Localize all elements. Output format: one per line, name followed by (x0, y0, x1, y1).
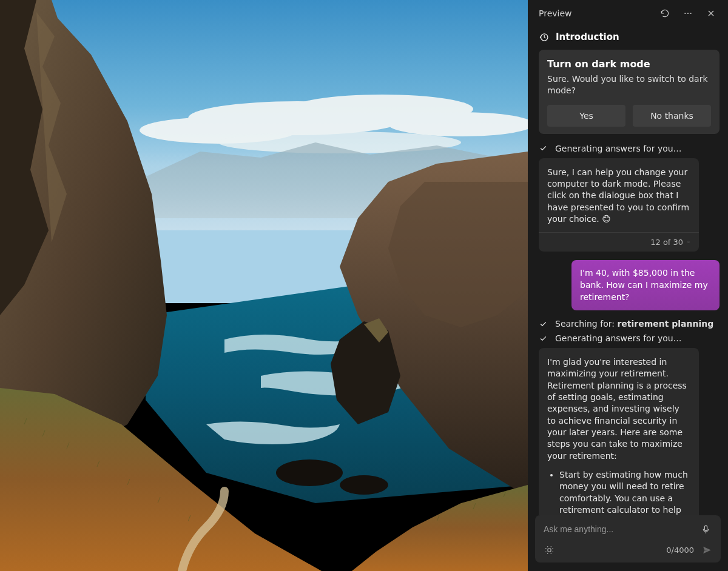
svg-point-11 (340, 475, 388, 495)
bot-message-1: Sure, I can help you change your compute… (539, 158, 699, 252)
dark-mode-card: Turn on dark mode Sure. Would you like t… (539, 50, 720, 134)
bot-message-2-list: Start by estimating how much money you w… (547, 469, 690, 515)
more-button[interactable] (679, 5, 696, 22)
bot-message-2: I'm glad you're interested in maximizing… (539, 348, 699, 515)
search-term: retirement planning (617, 319, 713, 329)
close-icon (706, 8, 716, 18)
history-icon (539, 32, 549, 42)
dark-mode-body: Sure. Would you like to switch to dark m… (547, 73, 711, 96)
bot-message-2-intro: I'm glad you're interested in maximizing… (547, 356, 690, 462)
image-search-button[interactable] (540, 541, 558, 559)
introduction-label: Introduction (556, 32, 619, 42)
check-icon (539, 319, 548, 329)
panel-header: Preview (528, 0, 728, 27)
input-area: 0/4000 (528, 515, 728, 571)
image-search-icon (544, 545, 554, 555)
status-generating-1: Generating answers for you… (539, 144, 720, 153)
bot-message-1-text: Sure, I can help you change your compute… (547, 167, 690, 225)
desktop-wallpaper (0, 0, 528, 571)
status-generating-1-text: Generating answers for you… (555, 144, 682, 153)
no-thanks-button[interactable]: No thanks (633, 105, 711, 127)
turn-counter-row: 12 of 30 ◦ (539, 232, 699, 252)
status-generating-2-text: Generating answers for you… (555, 333, 682, 343)
check-icon (539, 334, 548, 343)
svg-point-24 (690, 13, 692, 14)
mic-button[interactable] (696, 520, 715, 538)
more-icon (683, 8, 693, 18)
svg-point-4 (388, 112, 528, 136)
svg-point-10 (276, 459, 343, 486)
svg-point-22 (684, 13, 686, 14)
conversation-scroll[interactable]: Introduction Turn on dark mode Sure. Wou… (528, 27, 728, 515)
check-icon (539, 144, 548, 153)
panel-title: Preview (539, 8, 650, 18)
introduction-header: Introduction (539, 32, 720, 42)
close-button[interactable] (703, 5, 720, 22)
search-prefix: Searching for: (555, 319, 617, 329)
chat-input[interactable] (544, 519, 696, 539)
status-searching: Searching for: retirement planning (539, 319, 720, 329)
svg-rect-27 (548, 549, 551, 552)
send-button[interactable] (698, 541, 716, 559)
refresh-button[interactable] (656, 5, 673, 22)
yes-button[interactable]: Yes (547, 105, 625, 127)
list-item: Start by estimating how much money you w… (559, 469, 690, 515)
refresh-icon (660, 8, 670, 18)
svg-rect-26 (704, 526, 707, 531)
mic-icon (701, 524, 711, 535)
input-box: 0/4000 (535, 515, 721, 563)
copilot-panel: Preview Introduction Turn on dark mode S… (528, 0, 728, 571)
svg-point-23 (687, 13, 689, 14)
counter-dot-icon: ◦ (687, 239, 690, 245)
status-searching-text: Searching for: retirement planning (555, 319, 713, 329)
send-icon (702, 545, 712, 555)
status-generating-2: Generating answers for you… (539, 333, 720, 343)
dark-mode-title: Turn on dark mode (547, 58, 711, 70)
turn-counter: 12 of 30 (650, 238, 683, 247)
char-counter: 0/4000 (666, 546, 694, 555)
user-message: I'm 40, with $85,000 in the bank. How ca… (571, 260, 720, 310)
